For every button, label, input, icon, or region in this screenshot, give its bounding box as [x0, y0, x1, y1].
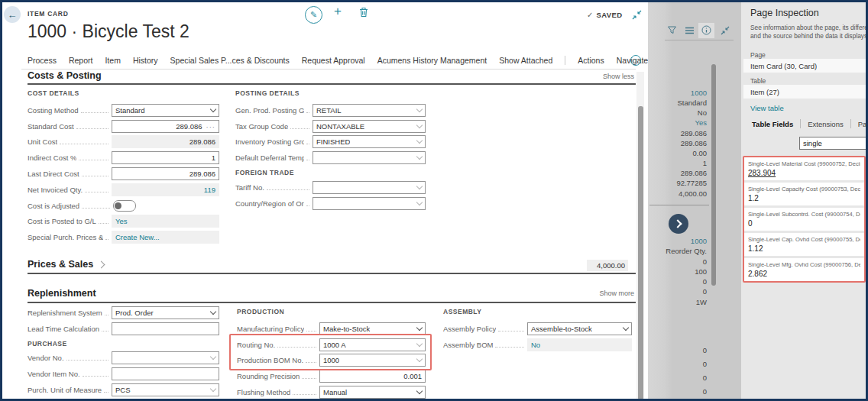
costing-method-select[interactable]: Standard — [112, 104, 219, 117]
edit-button[interactable]: ✎ — [305, 6, 322, 24]
next-record-button[interactable] — [669, 214, 688, 234]
field-row-unit-cost: Unit Cost 289.086 — [28, 134, 219, 150]
menu-item-process[interactable]: Process — [28, 56, 57, 65]
vendor-no-select[interactable] — [112, 351, 219, 364]
field-label: Net Invoiced Qty. — [28, 186, 83, 194]
posting-details-group: POSTING DETAILS Gen. Prod. Posting Group… — [235, 86, 426, 212]
panel-description: See information about the page, its diff… — [750, 24, 868, 40]
gen-prod-posting-group-select[interactable]: RETAIL — [313, 104, 426, 117]
assist-edit-icon[interactable]: ··· — [206, 122, 216, 131]
net-invoiced-qty-link[interactable]: 119 — [112, 183, 219, 196]
vertical-scrollbar[interactable] — [636, 72, 644, 400]
expand-icon[interactable] — [721, 26, 730, 35]
filter-icon[interactable] — [667, 25, 677, 35]
cost-posted-gl-link[interactable]: Yes — [112, 215, 219, 228]
cost-details-group: COST DETAILS Costing Method Standard Sta… — [28, 86, 219, 245]
field-label: Last Direct Cost — [28, 170, 79, 178]
focus-mode-button[interactable] — [632, 10, 642, 20]
manufacturing-policy-select[interactable]: Make-to-Stock — [319, 322, 426, 335]
factbox-value: Yes — [651, 118, 707, 128]
field-label: Standard Cost — [28, 122, 74, 131]
field-row-deferral: Default Deferral Template — [235, 150, 426, 166]
page-field-label: Page — [750, 51, 766, 59]
tab-page-filters[interactable]: Page Filters — [851, 120, 868, 128]
menu-item-special-sales[interactable]: Special Sales P...ces & Discounts — [170, 56, 290, 65]
show-more-link[interactable]: Show more — [599, 289, 634, 297]
field-label: Indirect Cost % — [28, 154, 76, 162]
country-region-origin-select[interactable] — [313, 197, 426, 210]
replenishment-group: Replenishment System Prod. Order Lead Ti… — [28, 305, 219, 398]
indirect-cost-input[interactable]: 1 — [112, 151, 219, 164]
tax-group-code-select[interactable]: NONTAXABLE — [313, 120, 426, 133]
assembly-bom-link[interactable]: No — [527, 338, 632, 351]
field-search-input[interactable] — [799, 137, 868, 150]
field-name: Single-Level Capacity Cost (99000753, De… — [748, 186, 860, 192]
dotted-leader — [66, 353, 108, 361]
menu-info-icon[interactable]: i — [630, 55, 641, 66]
special-purch-link[interactable]: Create New... — [112, 231, 219, 244]
inventory-posting-group-select[interactable]: FINISHED — [313, 135, 426, 148]
list-item[interactable]: Single-Level Cap. Ovhd Cost (99000755, D… — [744, 233, 864, 256]
field-row-special-purch: Special Purch. Prices & Dis... Create Ne… — [28, 229, 219, 245]
menu-item-show-attached[interactable]: Show Attached — [499, 56, 552, 65]
field-label: Default Deferral Template — [235, 154, 304, 162]
factbox-scrollbar[interactable] — [711, 64, 716, 286]
field-row-vendor-item-no: Vendor Item No. — [28, 366, 219, 382]
flushing-method-select[interactable]: Manual — [319, 386, 426, 399]
production-bom-no-select[interactable]: 1000 — [319, 354, 426, 367]
field-row-net-invoiced-qty: Net Invoiced Qty. 119 — [28, 182, 219, 198]
tariff-no-select[interactable] — [313, 181, 426, 194]
replenishment-system-select[interactable]: Prod. Order — [112, 306, 219, 319]
rounding-precision-input[interactable]: 0.001 — [319, 370, 426, 383]
new-button[interactable]: + — [334, 4, 342, 19]
field-name: Single-Level Mfg. Ovhd Cost (99000756, D… — [748, 261, 860, 268]
tab-extensions[interactable]: Extensions — [801, 120, 850, 128]
view-table-link[interactable]: View table — [750, 104, 784, 112]
delete-button[interactable] — [359, 7, 368, 18]
scrollbar-thumb[interactable] — [638, 106, 643, 400]
list-item[interactable]: Single-Level Subcontrd. Cost (99000754, … — [744, 208, 864, 231]
factbox-value: No — [651, 108, 707, 118]
group-header-purchase: PURCHASE — [28, 337, 219, 351]
standard-cost-input[interactable]: 289.086 ··· — [112, 120, 219, 133]
menu-item-acumens-history[interactable]: Acumens History Management — [377, 56, 487, 65]
field-row-rounding-precision: Rounding Precision 0.001 — [237, 368, 426, 384]
last-direct-cost-input[interactable]: 289.086 — [112, 167, 219, 180]
routing-no-select[interactable]: 1000 A — [319, 338, 426, 351]
prices-sales-amount: 4,000.00 — [587, 260, 628, 271]
menu-item-actions[interactable]: Actions — [578, 56, 604, 65]
panel-title: Page Inspection — [750, 8, 819, 18]
list-item[interactable]: Single-Level Material Cost (99000752, De… — [744, 157, 864, 180]
chevron-down-icon — [416, 154, 423, 160]
section-title-costs-posting[interactable]: Costs & Posting — [28, 70, 102, 81]
vendor-item-no-input[interactable] — [112, 367, 219, 380]
section-title-replenishment[interactable]: Replenishment — [28, 288, 96, 299]
dotted-leader — [306, 324, 316, 331]
list-item[interactable]: Single-Level Mfg. Ovhd Cost (99000756, D… — [744, 258, 864, 281]
factbox-value: 0 — [651, 257, 707, 267]
check-icon: ✓ — [587, 11, 593, 19]
show-less-link[interactable]: Show less — [603, 73, 634, 80]
assembly-policy-select[interactable]: Assemble-to-Stock — [527, 322, 632, 335]
purch-unit-of-measure-select[interactable]: PCS — [112, 383, 219, 396]
menu-item-request-approval[interactable]: Request Approval — [302, 56, 365, 65]
default-deferral-template-select[interactable] — [313, 151, 426, 164]
page-inspection-icon[interactable] — [701, 25, 711, 35]
cost-is-adjusted-toggle[interactable] — [113, 200, 136, 212]
menu-item-report[interactable]: Report — [69, 56, 93, 65]
tab-table-fields[interactable]: Table Fields — [745, 120, 800, 128]
lead-time-calculation-input[interactable] — [112, 322, 219, 335]
factbox-value: 0 — [651, 276, 707, 286]
section-title-prices-sales[interactable]: Prices & Sales — [28, 259, 104, 270]
factbox-value: Reorder Qty. — [651, 246, 707, 256]
chevron-down-icon — [416, 325, 423, 331]
back-button[interactable]: ← — [4, 6, 21, 23]
assembly-group: ASSEMBLY Assembly Policy Assemble-to-Sto… — [443, 304, 632, 353]
field-value[interactable]: 283.904 — [748, 169, 860, 177]
menu-item-item[interactable]: Item — [105, 56, 120, 65]
list-icon[interactable] — [685, 27, 695, 34]
chevron-right-icon — [673, 219, 682, 228]
menu-item-history[interactable]: History — [133, 56, 158, 65]
field-row-cost-posted-gl: Cost is Posted to G/L Yes — [28, 214, 219, 230]
list-item[interactable]: Single-Level Capacity Cost (99000753, De… — [744, 183, 864, 205]
